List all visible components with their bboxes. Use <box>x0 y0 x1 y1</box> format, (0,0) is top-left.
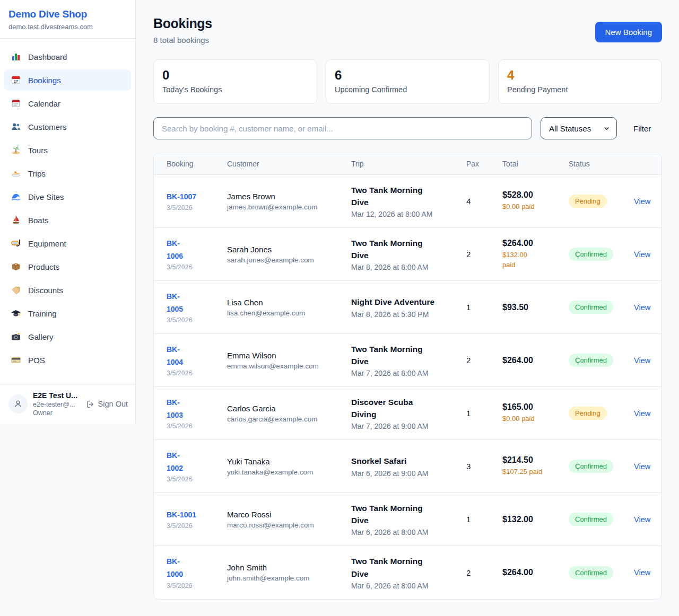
customer-email: yuki.tanaka@example.com <box>227 468 351 476</box>
booking-date: 3/5/2026 <box>167 582 227 589</box>
view-link[interactable]: View <box>634 515 650 524</box>
total-amount: $264.00 <box>502 356 569 365</box>
sign-out-label: Sign Out <box>98 400 128 408</box>
package-icon <box>11 261 21 272</box>
trip-cell: Discover Scuba DivingMar 7, 2026 at 9:00… <box>351 396 466 431</box>
sidebar-item-customers[interactable]: Customers <box>4 116 131 137</box>
trip-name: Two Tank Morning Dive <box>351 343 437 368</box>
sidebar-item-label: POS <box>28 356 45 365</box>
total-amount: $264.00 <box>502 568 569 577</box>
customer-cell: Carlos Garciacarlos.garcia@example.com <box>227 404 351 423</box>
user-name: E2E Test U... <box>33 391 81 400</box>
trip-time: Mar 7, 2026 at 9:00 AM <box>351 422 466 430</box>
sidebar-item-dashboard[interactable]: Dashboard <box>4 46 131 67</box>
paid-amount: $132.00 paid <box>502 250 533 270</box>
paid-amount: $0.00 paid <box>502 202 569 212</box>
table-row: BK-10013/5/2026Marco Rossimarco.rossi@ex… <box>154 493 661 546</box>
booking-id-link[interactable]: BK-1004 <box>167 344 192 369</box>
booking-id-link[interactable]: BK-1005 <box>167 291 192 316</box>
sidebar-item-training[interactable]: Training <box>4 303 131 324</box>
col-header-status: Status <box>569 160 634 168</box>
booking-id-link[interactable]: BK-1007 <box>167 191 227 204</box>
stat-label: Today's Bookings <box>162 85 308 94</box>
wave-icon <box>11 191 21 202</box>
customer-name: Carlos Garcia <box>227 404 351 413</box>
main-content: Bookings 8 total bookings New Booking 0T… <box>136 0 679 600</box>
booking-id-link[interactable]: BK-1000 <box>167 556 192 581</box>
customer-cell: Lisa Chenlisa.chen@example.com <box>227 298 351 317</box>
sidebar-item-calendar[interactable]: Calendar <box>4 93 131 114</box>
sidebar-item-trips[interactable]: Trips <box>4 163 131 184</box>
filter-button[interactable]: Filter <box>633 124 651 133</box>
status-badge: Confirmed <box>569 248 613 261</box>
view-link[interactable]: View <box>634 409 650 418</box>
sidebar-item-boats[interactable]: Boats <box>4 209 131 231</box>
booking-id-link[interactable]: BK-1006 <box>167 237 192 263</box>
user-email: e2e-tester@... <box>33 401 81 408</box>
total-cell: $165.00$0.00 paid <box>502 402 569 424</box>
customer-email: james.brown@example.com <box>227 203 351 211</box>
table-body: BK-10073/5/2026James Brownjames.brown@ex… <box>154 175 661 599</box>
sidebar-item-tours[interactable]: Tours <box>4 139 131 161</box>
sidebar-item-label: Dive Sites <box>28 192 64 201</box>
view-link[interactable]: View <box>634 462 650 471</box>
customer-name: Yuki Tanaka <box>227 457 351 466</box>
sidebar-item-pos[interactable]: POS <box>4 349 131 371</box>
customer-email: lisa.chen@example.com <box>227 309 351 317</box>
table-row: BK-10003/5/2026John Smithjohn.smith@exam… <box>154 546 661 599</box>
col-header-total: Total <box>502 160 569 168</box>
table-header-row: Booking Customer Trip Pax Total Status <box>154 153 661 175</box>
search-input[interactable] <box>153 117 532 139</box>
total-amount: $132.00 <box>502 515 569 524</box>
sidebar-item-gallery[interactable]: Gallery <box>4 326 131 347</box>
trip-time: Mar 8, 2026 at 5:30 PM <box>351 310 466 319</box>
view-link[interactable]: View <box>634 250 650 259</box>
status-cell: Confirmed <box>569 248 634 261</box>
calendar-date-icon: 17 <box>11 75 21 85</box>
booking-date: 3/5/2026 <box>167 369 227 377</box>
booking-id-link[interactable]: BK-1001 <box>167 509 227 522</box>
status-cell: Confirmed <box>569 513 634 526</box>
sign-out-icon <box>86 400 95 409</box>
view-link[interactable]: View <box>634 356 650 365</box>
customer-name: Lisa Chen <box>227 298 351 307</box>
sidebar-item-equipment[interactable]: Equipment <box>4 233 131 254</box>
trip-name: Two Tank Morning Dive <box>351 237 437 262</box>
view-link[interactable]: View <box>634 197 650 206</box>
user-box: E2E Test U... e2e-tester@... Owner Sign … <box>0 384 135 424</box>
sidebar-item-discounts[interactable]: Discounts <box>4 279 131 301</box>
status-filter-select[interactable]: All Statuses <box>541 117 617 139</box>
stat-card-pending-payment: 4Pending Payment <box>498 59 662 104</box>
view-link[interactable]: View <box>634 303 650 312</box>
status-cell: Confirmed <box>569 566 634 579</box>
status-filter-value: All Statuses <box>549 124 591 133</box>
customer-email: marco.rossi@example.com <box>227 521 351 529</box>
sidebar-item-label: Bookings <box>28 76 61 85</box>
sidebar-item-dive-sites[interactable]: Dive Sites <box>4 186 131 207</box>
status-cell: Confirmed <box>569 354 634 367</box>
sidebar-item-label: Training <box>28 309 57 318</box>
customer-cell: Yuki Tanakayuki.tanaka@example.com <box>227 457 351 476</box>
dive-mask-icon <box>11 238 21 249</box>
page-header: Bookings 8 total bookings New Booking <box>153 16 662 45</box>
customer-name: Emma Wilson <box>227 351 351 360</box>
total-cell: $264.00$132.00 paid <box>502 239 569 270</box>
view-link[interactable]: View <box>634 568 650 577</box>
status-badge: Pending <box>569 195 607 208</box>
trip-cell: Two Tank Morning DiveMar 6, 2026 at 8:00… <box>351 555 466 590</box>
sidebar-item-label: Calendar <box>28 99 60 108</box>
sidebar-item-label: Discounts <box>28 286 63 295</box>
sidebar-item-label: Customers <box>28 122 67 131</box>
sidebar-item-bookings[interactable]: 17Bookings <box>4 69 131 91</box>
sign-out-button[interactable]: Sign Out <box>86 400 128 409</box>
stats-row: 0Today's Bookings6Upcoming Confirmed4Pen… <box>153 59 662 104</box>
trip-name: Two Tank Morning Dive <box>351 184 437 209</box>
booking-cell: BK-10033/5/2026 <box>167 397 227 430</box>
booking-id-link[interactable]: BK-1003 <box>167 397 192 422</box>
sidebar-item-products[interactable]: Products <box>4 256 131 277</box>
booking-cell: BK-10003/5/2026 <box>167 556 227 589</box>
pax-cell: 1 <box>466 409 502 418</box>
booking-id-link[interactable]: BK-1002 <box>167 450 192 475</box>
pax-cell: 2 <box>466 356 502 365</box>
new-booking-button[interactable]: New Booking <box>595 22 662 42</box>
